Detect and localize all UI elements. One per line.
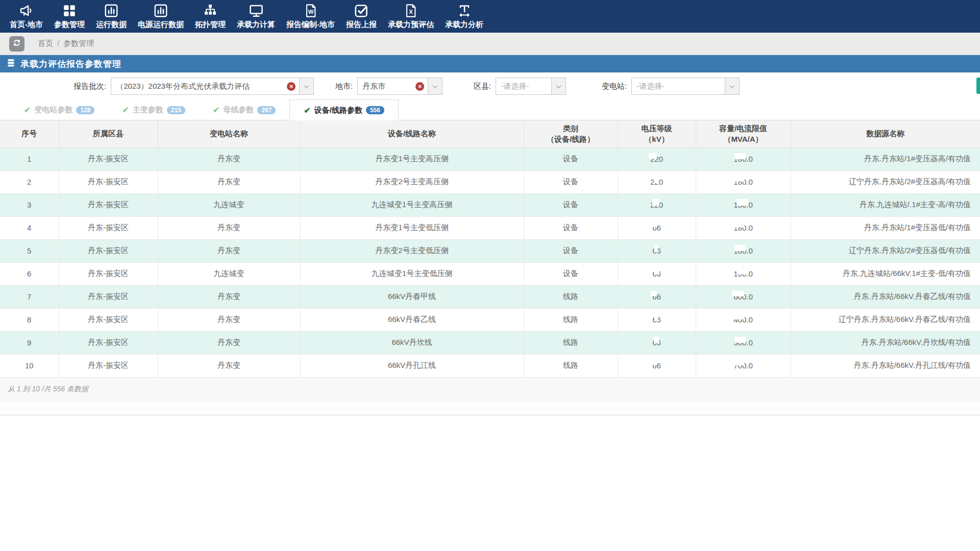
- nav-item[interactable]: 拓扑管理: [189, 0, 231, 33]
- clear-icon[interactable]: [287, 82, 296, 91]
- cell-seq: 5: [0, 239, 59, 262]
- tab-inactive-1[interactable]: ✔变电站参数128: [10, 100, 108, 120]
- nav-item-label: 报告上报: [346, 20, 377, 30]
- table-row[interactable]: 7丹东-振安区丹东变66kV丹春甲线线路66600.0丹东.丹东站/66kV.丹…: [0, 285, 980, 308]
- query-button-partial[interactable]: [976, 78, 980, 94]
- nav-item[interactable]: 承载力计算: [231, 0, 281, 33]
- nav-item[interactable]: 参数管理: [48, 0, 90, 33]
- nav-item[interactable]: W报告编制-地市: [281, 0, 340, 33]
- nav-item[interactable]: 承载力分析: [439, 0, 489, 33]
- clear-icon[interactable]: [415, 82, 424, 91]
- svg-text:W: W: [308, 9, 313, 15]
- table-row[interactable]: 1丹东-振安区丹东变丹东变1号主变高压侧设备220180.0丹东.丹东站/1#变…: [0, 147, 980, 170]
- nav-item-label: 报告编制-地市: [286, 20, 335, 30]
- cell-voltage_kv: 66: [618, 354, 696, 377]
- cell-datasource: 丹东.丹东站/1#变压器高/有功值: [791, 147, 980, 170]
- cell-capacity_limit: 180.0: [696, 216, 791, 239]
- svg-text:X: X: [409, 9, 413, 15]
- nav-item[interactable]: 电源运行数据: [132, 0, 189, 33]
- cell-seq: 10: [0, 354, 59, 377]
- col-header: 容量/电流限值（MVA/A）: [696, 120, 791, 147]
- nav-item-label: 运行数据: [96, 20, 127, 30]
- tab-label: 主变参数: [133, 105, 163, 115]
- county-select[interactable]: -请选择-: [496, 78, 566, 95]
- table-row[interactable]: 4丹东-振安区丹东变丹东变1号主变低压侧设备66180.0丹东.丹东站/1#变压…: [0, 216, 980, 239]
- table-row[interactable]: 9丹东-振安区丹东变66kV丹坎线线路66300.0丹东.丹东站/66kV.丹坎…: [0, 331, 980, 354]
- cell-datasource: 丹东.丹东站/66kV.丹孔江线/有功值: [791, 354, 980, 377]
- report-batch-select[interactable]: （2023）2023年分布式光伏承载力评估: [111, 78, 314, 95]
- cell-category: 设备: [524, 216, 618, 239]
- nav-item[interactable]: 报告上报: [340, 0, 382, 33]
- cell-substation: 九连城变: [158, 262, 300, 285]
- city-select[interactable]: 丹东市: [357, 78, 443, 95]
- tab-active-4[interactable]: ✔设备/线路参数556: [289, 99, 399, 120]
- table-row[interactable]: 10丹东-振安区丹东变66kV丹孔江线线路66700.0丹东.丹东站/66kV.…: [0, 354, 980, 377]
- table-row[interactable]: 3丹东-振安区九连城变九连城变1号主变高压侧设备220180.0丹东.九连城站/…: [0, 193, 980, 216]
- tab-inactive-3[interactable]: ✔母线参数267: [199, 100, 289, 120]
- cell-substation: 丹东变: [158, 285, 300, 308]
- breadcrumb-current: 参数管理: [63, 39, 94, 47]
- col-header: 所属区县: [59, 120, 158, 147]
- panel-title-bar: 承载力评估报告参数管理: [0, 55, 980, 72]
- table-header: 序号所属区县变电站名称设备/线路名称类别（设备/线路）电压等级（kV）容量/电流…: [0, 120, 980, 147]
- cell-substation: 丹东变: [158, 170, 300, 193]
- breadcrumb-home[interactable]: 首页: [38, 39, 53, 47]
- cell-capacity_limit: 300.0: [696, 331, 791, 354]
- cell-voltage_kv: 66: [618, 239, 696, 262]
- cell-capacity_limit: 700.0: [696, 354, 791, 377]
- substation-label: 变电站:: [602, 82, 627, 91]
- word-doc-icon: W: [303, 3, 318, 18]
- cell-device: 九连城变1号主变高压侧: [300, 193, 524, 216]
- cell-voltage_kv: 66: [618, 262, 696, 285]
- cell-category: 线路: [524, 331, 618, 354]
- cell-capacity_limit: 180.0: [696, 193, 791, 216]
- col-header: 数据源名称: [791, 120, 980, 147]
- bar-chart-icon: [153, 3, 168, 18]
- cell-seq: 2: [0, 170, 59, 193]
- check-icon: ✔: [24, 105, 31, 115]
- cell-seq: 4: [0, 216, 59, 239]
- cell-county: 丹东-振安区: [59, 285, 158, 308]
- cell-device: 66kV丹坎线: [300, 331, 524, 354]
- cell-capacity_limit: 600.0: [696, 285, 791, 308]
- report-batch-value: （2023）2023年分布式光伏承载力评估: [111, 82, 287, 91]
- cell-category: 设备: [524, 262, 618, 285]
- nav-item-label: 承载力分析: [445, 20, 483, 30]
- table-row[interactable]: 8丹东-振安区丹东变66kV丹春乙线线路66400.0辽宁丹东.丹东站/66kV…: [0, 308, 980, 331]
- tab-inactive-2[interactable]: ✔主变参数215: [108, 100, 199, 120]
- nav-item[interactable]: 首页-地市: [4, 0, 48, 33]
- text-width-icon: [457, 3, 472, 18]
- nav-item[interactable]: X承载力预评估: [382, 0, 439, 33]
- table-row[interactable]: 6丹东-振安区九连城变九连城变1号主变低压侧设备66100.0丹东.九连城站/6…: [0, 262, 980, 285]
- cell-datasource: 丹东.丹东站/66kV.丹春乙线/有功值: [791, 285, 980, 308]
- cell-category: 设备: [524, 239, 618, 262]
- cell-datasource: 辽宁丹东.丹东站/2#变压器低/有功值: [791, 239, 980, 262]
- cell-county: 丹东-振安区: [59, 262, 158, 285]
- cell-substation: 九连城变: [158, 193, 300, 216]
- table-row[interactable]: 2丹东-振安区丹东变丹东变2号主变高压侧设备220180.0辽宁丹东.丹东站/2…: [0, 170, 980, 193]
- chevron-down-icon[interactable]: [428, 78, 442, 94]
- county-label: 区县:: [474, 82, 491, 91]
- count-badge: 267: [257, 106, 276, 114]
- nav-item[interactable]: 运行数据: [90, 0, 132, 33]
- refresh-button[interactable]: [9, 36, 24, 52]
- cell-seq: 1: [0, 147, 59, 170]
- cell-device: 九连城变1号主变低压侧: [300, 262, 524, 285]
- chevron-down-icon[interactable]: [299, 78, 313, 94]
- cell-category: 线路: [524, 354, 618, 377]
- cell-voltage_kv: 66: [618, 308, 696, 331]
- cell-substation: 丹东变: [158, 216, 300, 239]
- chevron-down-icon[interactable]: [725, 78, 739, 94]
- chevron-down-icon[interactable]: [551, 78, 566, 94]
- tabs-row: ✔变电站参数128✔主变参数215✔母线参数267✔设备/线路参数556: [0, 100, 980, 120]
- table-footer: 从 1 到 10 /共 556 条数据: [0, 378, 980, 402]
- excel-doc-icon: X: [403, 3, 419, 18]
- check-square-icon: [354, 3, 369, 18]
- cell-substation: 丹东变: [158, 331, 300, 354]
- cell-voltage_kv: 66: [618, 331, 696, 354]
- cell-substation: 丹东变: [158, 147, 300, 170]
- substation-select[interactable]: -请选择-: [631, 78, 740, 95]
- col-header: 序号: [0, 120, 59, 147]
- cell-capacity_limit: 180.0: [696, 239, 791, 262]
- table-row[interactable]: 5丹东-振安区丹东变丹东变2号主变低压侧设备66180.0辽宁丹东.丹东站/2#…: [0, 239, 980, 262]
